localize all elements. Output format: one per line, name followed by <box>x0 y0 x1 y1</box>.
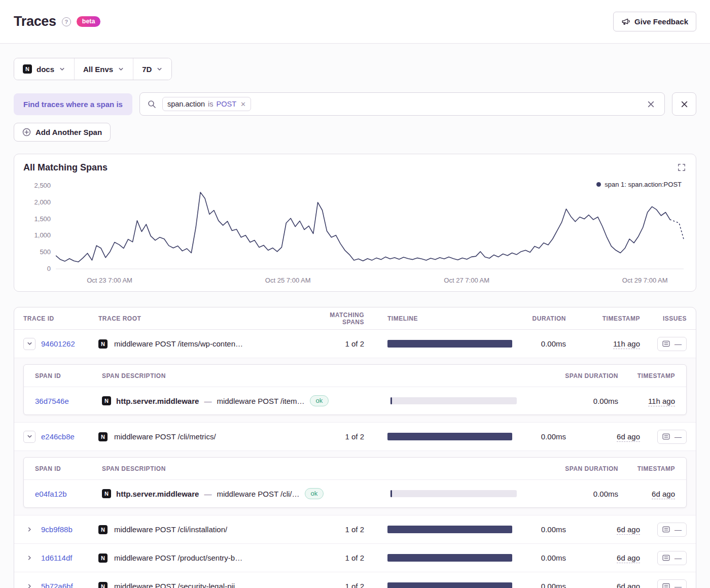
timestamp-cell: 6d ago <box>566 432 640 441</box>
issues-cell: — <box>640 430 687 444</box>
spans-subtable: SPAN ID SPAN DESCRIPTION SPAN DURATION T… <box>23 457 687 508</box>
timeline-bar <box>387 340 512 348</box>
give-feedback-label: Give Feedback <box>634 17 688 26</box>
timeline-cell <box>364 582 512 588</box>
search-token-operator: is <box>208 100 213 108</box>
help-icon[interactable]: ? <box>62 17 71 26</box>
op-separator: — <box>204 397 211 405</box>
chevron-down-icon <box>118 66 124 73</box>
span-row: e04fa12b N http.server.middleware — midd… <box>24 480 686 507</box>
page-header: Traces ? beta Give Feedback <box>0 0 710 44</box>
search-token[interactable]: span.action is POST ✕ <box>162 97 251 111</box>
collapse-chevron[interactable] <box>23 338 36 350</box>
svg-text:Oct 29 7:00 AM: Oct 29 7:00 AM <box>622 276 668 284</box>
trace-root-text: middleware POST /cli/metrics/ <box>114 432 216 441</box>
matching-spans-cell: 1 of 2 <box>307 339 364 348</box>
trace-row: 5b72a6bf N middleware POST /security-leg… <box>14 572 696 588</box>
trace-id-link[interactable]: 94601262 <box>41 339 75 348</box>
col-span-description: SPAN DESCRIPTION <box>102 372 390 379</box>
issues-link[interactable]: — <box>657 579 687 588</box>
chart-legend-label: span 1: span.action:POST <box>605 181 682 188</box>
trace-root-text: middleware POST /cli/installation/ <box>114 525 227 534</box>
fullscreen-button[interactable] <box>677 162 687 172</box>
give-feedback-button[interactable]: Give Feedback <box>613 12 696 31</box>
timeline-bar <box>387 433 512 440</box>
trace-id-cell: 94601262 <box>23 338 98 350</box>
chevron-down-icon <box>156 66 163 73</box>
clear-search-button[interactable] <box>645 98 657 110</box>
issues-link[interactable]: — <box>657 430 687 444</box>
span-duration-cell: 0.00ms <box>517 490 618 498</box>
svg-text:2,000: 2,000 <box>34 198 51 206</box>
issues-link[interactable]: — <box>657 523 687 537</box>
add-another-span-button[interactable]: Add Another Span <box>14 123 111 142</box>
date-range-filter-label: 7D <box>142 65 152 74</box>
span-description-text: middleware POST /item… <box>217 397 304 405</box>
col-span-id: SPAN ID <box>35 465 102 472</box>
svg-text:1,000: 1,000 <box>34 231 51 239</box>
timeline-cell <box>364 554 512 562</box>
project-filter[interactable]: N docs <box>14 58 74 80</box>
expand-chevron[interactable] <box>23 580 36 588</box>
environment-filter[interactable]: All Envs <box>75 58 133 80</box>
svg-text:500: 500 <box>40 248 51 256</box>
date-range-filter[interactable]: 7D <box>133 58 171 80</box>
span-op: http.server.middleware <box>116 397 199 405</box>
all-matching-spans-panel: All Matching Spans span 1: span.action:P… <box>14 154 696 292</box>
svg-text:Oct 23 7:00 AM: Oct 23 7:00 AM <box>87 276 132 284</box>
expand-chevron[interactable] <box>23 524 36 536</box>
page-title: Traces <box>14 14 56 29</box>
matching-spans-cell: 1 of 2 <box>307 582 364 588</box>
trace-row: e246cb8e N middleware POST /cli/metrics/… <box>14 423 696 451</box>
issues-count: — <box>674 340 682 348</box>
token-remove-icon[interactable]: ✕ <box>240 100 246 108</box>
duration-cell: 0.00ms <box>512 582 566 588</box>
nextjs-icon: N <box>98 554 108 563</box>
col-span-id: SPAN ID <box>35 372 102 379</box>
trace-id-link[interactable]: 5b72a6bf <box>41 582 73 588</box>
op-separator: — <box>204 490 211 498</box>
span-search-bar[interactable]: span.action is POST ✕ <box>139 92 665 116</box>
remove-span-filter-button[interactable] <box>672 92 696 116</box>
span-description-cell: N http.server.middleware — middleware PO… <box>102 395 390 406</box>
trace-id-link[interactable]: 1d6114df <box>41 554 72 562</box>
timestamp-text: 6d ago <box>617 554 640 563</box>
issues-icon <box>662 526 670 533</box>
trace-root-text: middleware POST /security-legal-pii… <box>114 582 242 588</box>
col-timestamp: TIMESTAMP <box>566 315 640 322</box>
issues-icon <box>662 555 670 561</box>
timestamp-cell: 6d ago <box>566 525 640 534</box>
environment-filter-label: All Envs <box>83 65 113 74</box>
trace-id-cell: 9cb9f88b <box>23 524 98 536</box>
svg-text:Oct 27 7:00 AM: Oct 27 7:00 AM <box>444 276 489 284</box>
span-id-link[interactable]: e04fa12b <box>35 490 102 498</box>
span-timeline-cell <box>390 490 517 497</box>
issues-link[interactable]: — <box>657 337 687 351</box>
trace-root-cell: N middleware POST /items/wp-conten… <box>98 339 307 349</box>
project-filter-label: docs <box>37 65 54 74</box>
span-timeline-track <box>390 490 517 497</box>
timeline-cell <box>364 526 512 533</box>
svg-text:1,500: 1,500 <box>34 215 51 223</box>
trace-root-cell: N middleware POST /product/sentry-b… <box>98 554 307 563</box>
duration-cell: 0.00ms <box>512 339 566 348</box>
issues-link[interactable]: — <box>657 551 687 565</box>
trace-root-cell: N middleware POST /cli/installation/ <box>98 525 307 534</box>
collapse-chevron[interactable] <box>23 431 36 443</box>
trace-id-link[interactable]: e246cb8e <box>41 432 75 441</box>
duration-cell: 0.00ms <box>512 432 566 441</box>
col-matching-spans: MATCHING SPANS <box>307 312 364 326</box>
svg-text:2,500: 2,500 <box>34 182 51 189</box>
trace-root-text: middleware POST /items/wp-conten… <box>114 339 243 348</box>
matching-spans-cell: 1 of 2 <box>307 432 364 441</box>
svg-text:0: 0 <box>47 265 51 272</box>
trace-id-cell: 1d6114df <box>23 552 98 564</box>
add-another-span-label: Add Another Span <box>36 128 102 136</box>
issues-icon <box>662 340 670 347</box>
span-timestamp-cell: 6d ago <box>618 490 675 498</box>
span-id-link[interactable]: 36d7546e <box>35 397 102 405</box>
trace-id-link[interactable]: 9cb9f88b <box>41 525 73 534</box>
timeline-cell <box>364 433 512 440</box>
span-status-badge: ok <box>310 395 329 406</box>
expand-chevron[interactable] <box>23 552 36 564</box>
